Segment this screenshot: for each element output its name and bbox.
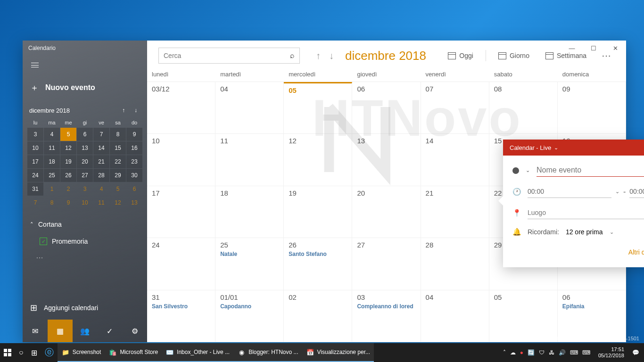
calendar-cell[interactable]: 18 bbox=[215, 186, 284, 238]
mini-day-cell[interactable]: 13 bbox=[77, 141, 93, 155]
tray-network-icon[interactable]: 🖧 bbox=[549, 349, 554, 356]
mini-day-cell[interactable]: 14 bbox=[93, 141, 109, 155]
taskbar-task[interactable]: 📅Visualizzazione per... bbox=[302, 343, 374, 362]
more-details-link[interactable]: Altri dettagli bbox=[628, 248, 644, 256]
action-center-icon[interactable]: 💬 bbox=[632, 349, 639, 356]
month-title[interactable]: dicembre 2018 bbox=[345, 49, 426, 63]
location-input[interactable] bbox=[528, 206, 644, 219]
mail-icon[interactable]: ✉ bbox=[23, 320, 48, 342]
mini-cal-down[interactable]: ↓ bbox=[131, 106, 140, 115]
calendar-cell[interactable]: 26Santo Stefano bbox=[284, 238, 352, 290]
chevron-down-icon[interactable]: ⌄ bbox=[526, 167, 530, 173]
mini-day-cell[interactable]: 6 bbox=[77, 128, 93, 141]
tray-ease-icon[interactable]: ⌨ bbox=[570, 349, 578, 356]
close-button[interactable]: ✕ bbox=[604, 41, 626, 56]
mini-day-cell[interactable]: 8 bbox=[110, 128, 126, 141]
mini-day-cell[interactable]: 4 bbox=[93, 182, 109, 196]
day-view-button[interactable]: Giorno bbox=[495, 49, 533, 62]
new-event-button[interactable]: ＋ Nuovo evento bbox=[23, 76, 147, 99]
calendar-cell[interactable]: 31San Silvestro bbox=[147, 290, 215, 342]
mini-day-cell[interactable]: 4 bbox=[44, 128, 60, 141]
taskbar-task[interactable]: 📁Screenshot bbox=[58, 343, 105, 362]
mini-day-cell[interactable]: 13 bbox=[126, 196, 142, 209]
mini-day-cell[interactable]: 8 bbox=[44, 196, 60, 209]
calendar-cell[interactable]: 06Epifania bbox=[558, 290, 626, 342]
taskbar-clock[interactable]: 17:51 05/12/2018 bbox=[594, 346, 628, 359]
chevron-down-icon[interactable]: ⌄ bbox=[610, 229, 614, 235]
calendar-cell[interactable]: 17 bbox=[147, 186, 215, 238]
minimize-button[interactable]: — bbox=[561, 41, 583, 56]
reminder-select[interactable]: 12 ore prima bbox=[566, 228, 603, 236]
popup-header[interactable]: Calendar - Live ⌄ ✕ bbox=[503, 140, 644, 156]
calendar-cell[interactable]: 13 bbox=[352, 134, 421, 186]
calendar-cell[interactable]: 08 bbox=[489, 82, 558, 134]
calendar-cell[interactable]: 12 bbox=[284, 134, 352, 186]
tray-volume-icon[interactable]: 🔊 bbox=[559, 349, 566, 356]
tray-chevron-icon[interactable]: ˄ bbox=[503, 349, 506, 356]
next-period-button[interactable]: ↓ bbox=[326, 49, 337, 63]
mini-day-cell[interactable]: 1 bbox=[44, 182, 60, 196]
mini-day-cell[interactable]: 2 bbox=[60, 182, 76, 196]
mini-day-cell[interactable]: 9 bbox=[60, 196, 76, 209]
mini-day-cell[interactable]: 21 bbox=[93, 155, 109, 168]
mini-cal-up[interactable]: ↑ bbox=[119, 106, 128, 115]
calendar-cell[interactable]: 24 bbox=[147, 238, 215, 290]
people-icon[interactable]: 👥 bbox=[73, 320, 98, 342]
mini-day-cell[interactable]: 3 bbox=[77, 182, 93, 196]
mini-day-cell[interactable]: 28 bbox=[93, 169, 109, 182]
calendar-cell[interactable]: 02 bbox=[284, 290, 352, 342]
calendar-cell[interactable]: 01/01Capodanno bbox=[215, 290, 284, 342]
maximize-button[interactable]: ☐ bbox=[583, 41, 604, 56]
search-input[interactable] bbox=[164, 52, 290, 59]
mini-day-cell[interactable]: 22 bbox=[110, 155, 126, 168]
prev-period-button[interactable]: ↑ bbox=[313, 49, 323, 63]
mini-day-cell[interactable]: 3 bbox=[27, 128, 43, 141]
tray-onedrive-icon[interactable]: ☁ bbox=[510, 349, 516, 356]
add-calendars-button[interactable]: ⊞ Aggiungi calendari bbox=[23, 296, 147, 320]
hamburger-button[interactable] bbox=[25, 56, 44, 74]
todo-icon[interactable]: ✓ bbox=[97, 320, 122, 342]
mini-day-cell[interactable]: 31 bbox=[27, 182, 43, 196]
calendar-cell[interactable]: 25Natale bbox=[215, 238, 284, 290]
chevron-down-icon[interactable]: ⌄ bbox=[615, 189, 619, 195]
calendar-cell[interactable]: 05 bbox=[489, 290, 558, 342]
mini-day-cell[interactable]: 18 bbox=[44, 155, 60, 168]
today-button[interactable]: Oggi bbox=[444, 49, 477, 62]
mini-day-cell[interactable]: 10 bbox=[77, 196, 93, 209]
event-label[interactable]: Natale bbox=[220, 251, 279, 257]
reminder-checkbox-row[interactable]: ✓ Promemoria bbox=[23, 234, 147, 249]
edge-icon[interactable]: ⓔ bbox=[41, 343, 58, 362]
calendar-color-icon[interactable] bbox=[512, 167, 519, 174]
calendar-cell[interactable]: 21 bbox=[421, 186, 489, 238]
mini-cal-title[interactable]: dicembre 2018 bbox=[29, 107, 70, 114]
mini-day-cell[interactable]: 7 bbox=[27, 196, 43, 209]
search-box[interactable]: ⌕ bbox=[158, 48, 300, 64]
more-dots[interactable]: … bbox=[23, 249, 147, 263]
tray-keyboard-icon[interactable]: ⌨ bbox=[582, 349, 590, 356]
mini-day-cell[interactable]: 11 bbox=[93, 196, 109, 209]
mini-day-cell[interactable]: 30 bbox=[126, 169, 142, 182]
calendar-cell[interactable]: 06 bbox=[352, 82, 421, 134]
calendar-cell[interactable]: 07 bbox=[421, 82, 489, 134]
mini-day-cell[interactable]: 11 bbox=[44, 141, 60, 155]
event-name-input[interactable] bbox=[537, 164, 644, 177]
mini-day-cell[interactable]: 15 bbox=[110, 141, 126, 155]
mini-day-cell[interactable]: 29 bbox=[110, 169, 126, 182]
mini-day-cell[interactable]: 5 bbox=[110, 182, 126, 196]
mini-day-cell[interactable]: 20 bbox=[77, 155, 93, 168]
event-label[interactable]: Santo Stefano bbox=[289, 251, 347, 257]
mini-day-cell[interactable]: 19 bbox=[60, 155, 76, 168]
tray-sync-icon[interactable]: 🔄 bbox=[528, 349, 535, 356]
mini-day-cell[interactable]: 27 bbox=[77, 169, 93, 182]
mini-day-cell[interactable]: 16 bbox=[126, 141, 142, 155]
taskbar-task[interactable]: 🛍️Microsoft Store bbox=[105, 343, 162, 362]
calendar-cell[interactable]: 20 bbox=[352, 186, 421, 238]
mini-day-cell[interactable]: 12 bbox=[110, 196, 126, 209]
cortana-section[interactable]: ˄ Cortana bbox=[23, 215, 147, 234]
calendar-icon[interactable]: ▦ bbox=[48, 320, 73, 342]
mini-day-cell[interactable]: 10 bbox=[27, 141, 43, 155]
taskbar-task[interactable]: ✉️Inbox_Other - Live ... bbox=[162, 343, 233, 362]
calendar-cell[interactable]: 04 bbox=[421, 290, 489, 342]
calendar-cell[interactable]: 03/12 bbox=[147, 82, 215, 134]
mini-day-cell[interactable]: 6 bbox=[126, 182, 142, 196]
